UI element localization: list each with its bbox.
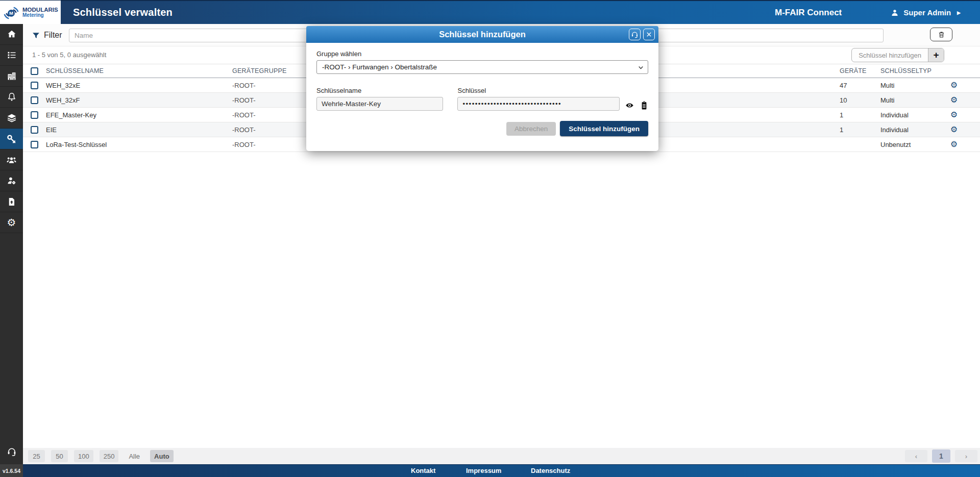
device-count: 47 [840,82,880,89]
key-type: Multi [880,82,941,89]
version-label: v1.6.54 [0,464,23,477]
svg-text:M: M [9,10,13,16]
chevron-right-icon: ▶ [957,10,961,15]
dialog-title: Schlüssel hinzufügen [439,30,526,39]
key-name: EIE [46,126,232,134]
copy-key-button[interactable] [640,101,648,110]
sidebar-item-buildings[interactable] [0,66,23,87]
footer-link-kontakt[interactable]: Kontakt [411,465,435,477]
sidebar-item-home[interactable] [0,24,23,45]
submit-add-key-button[interactable]: Schlüssel hinzufügen [560,121,648,136]
file-upload-icon [7,197,16,207]
user-menu[interactable]: Super Admin ▶ [890,8,961,17]
modularis-logo-icon: M [2,3,21,23]
dialog-help-button[interactable] [629,29,641,40]
logo-sub: Metering [22,13,58,18]
selection-summary: 1 - 5 von 5, 0 ausgewählt [32,46,106,64]
sidebar-item-user-groups[interactable] [0,149,23,170]
clipboard-icon [640,101,648,110]
row-checkbox[interactable] [31,82,38,89]
key-name: LoRa-Test-Schlüssel [46,141,232,148]
user-icon [890,8,899,17]
row-settings-gear-icon[interactable]: ⚙ [950,81,958,89]
support-button[interactable] [0,442,23,461]
sidebar-item-notifications[interactable] [0,87,23,108]
funnel-icon [32,31,40,40]
key-name-input[interactable] [316,97,443,111]
column-header-devices[interactable]: GERÄTE [840,67,880,74]
column-header-type[interactable]: SCHLÜSSELTYP [880,67,941,74]
footer-link-datenschutz[interactable]: Datenschutz [531,465,570,477]
current-page-button[interactable]: 1 [932,449,950,463]
plus-icon: + [928,48,944,62]
user-name: Super Admin [903,8,951,17]
device-count: 10 [840,96,880,104]
sidebar: ⚙ [0,24,23,477]
filter-label: Filter [44,31,62,40]
column-header-name[interactable]: SCHLÜSSELNAME [46,67,232,74]
clear-filter-button[interactable] [930,28,952,41]
user-badge-icon [7,175,17,186]
next-page-button[interactable]: › [955,450,977,462]
sidebar-item-settings[interactable]: ⚙ [0,212,23,233]
row-checkbox[interactable] [31,111,38,119]
device-count: 1 [840,126,880,134]
key-value-input[interactable] [457,97,620,111]
key-name: EFE_Master-Key [46,111,232,119]
page-title: Schlüssel verwalten [73,7,173,18]
key-value-label: Schlüssel [457,87,620,94]
row-settings-gear-icon[interactable]: ⚙ [950,110,958,119]
device-count: 1 [840,111,880,119]
chevron-down-icon [638,64,644,71]
row-settings-gear-icon[interactable]: ⚙ [950,125,958,134]
key-icon [6,134,17,144]
page-size-250[interactable]: 250 [100,450,119,462]
dialog-close-button[interactable] [643,29,655,40]
group-select-value: -ROOT- › Furtwangen › Obertalstraße [322,63,437,71]
row-settings-gear-icon[interactable]: ⚙ [950,140,958,148]
prev-page-button[interactable]: ‹ [905,450,927,462]
sidebar-item-import[interactable] [0,191,23,212]
bell-icon [7,92,17,102]
headset-icon [7,446,17,457]
key-type: Unbenutzt [880,141,941,148]
add-key-label: Schlüssel hinzufügen [852,48,928,62]
eye-icon [625,101,634,110]
row-checkbox[interactable] [31,96,38,104]
select-all-checkbox[interactable] [31,67,38,75]
sidebar-item-layers[interactable] [0,108,23,129]
layers-icon [7,113,17,123]
headset-icon [631,31,639,38]
key-type: Individual [880,126,941,134]
key-name: WEH_32xE [46,82,232,89]
add-key-button[interactable]: Schlüssel hinzufügen + [851,48,944,62]
row-checkbox[interactable] [31,126,38,134]
trash-icon [938,31,945,39]
page-size-100[interactable]: 100 [74,450,93,462]
show-key-button[interactable] [625,101,634,110]
group-select-label: Gruppe wählen [316,50,648,58]
footer-link-impressum[interactable]: Impressum [466,465,501,477]
sidebar-item-keys[interactable] [0,129,23,149]
dialog-titlebar: Schlüssel hinzufügen [306,26,658,43]
group-select[interactable]: -ROOT- › Furtwangen › Obertalstraße [316,60,648,74]
pagination-bar: 25 50 100 250 Alle Auto ‹ 1 › [23,448,980,464]
add-key-dialog: Schlüssel hinzufügen Gruppe wählen -ROOT… [306,26,658,151]
key-type: Multi [880,96,941,104]
top-bar: M MODULARIS Metering Schlüssel verwalten… [0,0,980,24]
home-icon [7,29,17,39]
page-size-25[interactable]: 25 [28,450,45,462]
page-size-auto[interactable]: Auto [150,450,174,462]
row-checkbox[interactable] [31,141,38,148]
users-icon [6,155,17,165]
gear-icon: ⚙ [7,217,16,228]
close-icon [646,31,652,38]
cancel-button[interactable]: Abbrechen [506,122,556,136]
page-size-50[interactable]: 50 [51,450,68,462]
page-size-alle[interactable]: Alle [125,450,144,462]
row-settings-gear-icon[interactable]: ⚙ [950,95,958,104]
app-logo[interactable]: M MODULARIS Metering [0,1,61,24]
sidebar-item-list[interactable] [0,45,23,66]
sidebar-item-user-roles[interactable] [0,170,23,191]
key-name-label: Schlüsselname [316,87,443,94]
